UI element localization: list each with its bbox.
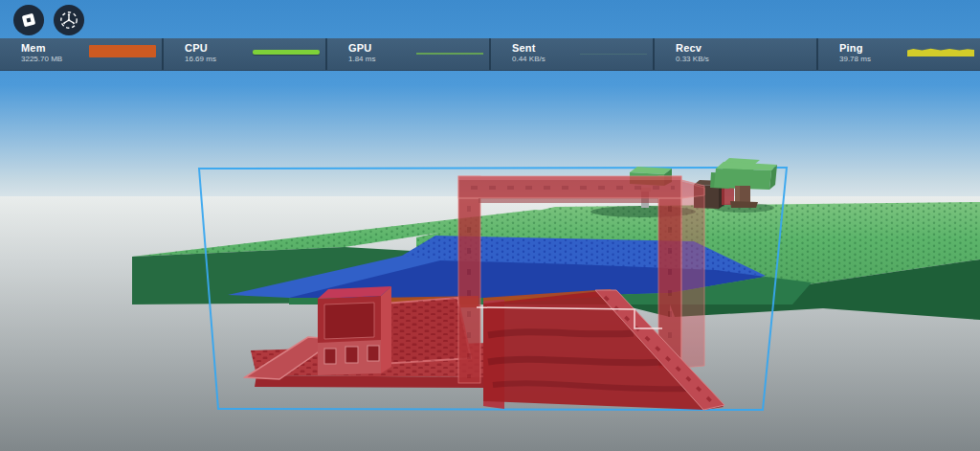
mem-graph bbox=[89, 45, 156, 57]
tree2-trunk-base bbox=[730, 201, 758, 208]
roblox-menu-button[interactable] bbox=[13, 5, 44, 35]
red-box-button bbox=[324, 349, 336, 364]
roblox-logo-icon bbox=[20, 11, 37, 29]
ramp-streak bbox=[488, 359, 665, 363]
stat-cell-recv[interactable]: Recv 0.33 KB/s bbox=[653, 38, 816, 70]
view-selector-button[interactable] bbox=[54, 5, 84, 35]
stat-label: Sent bbox=[512, 42, 653, 54]
performance-stats-bar: Mem 3225.70 MB CPU 16.69 ms GPU 1.84 ms … bbox=[0, 38, 980, 71]
red-box-side-face bbox=[381, 286, 391, 373]
sent-graph bbox=[580, 54, 647, 55]
orbit-arrows-icon bbox=[58, 10, 79, 31]
arch-right-post-side bbox=[681, 182, 704, 368]
stat-label: Recv bbox=[676, 42, 816, 54]
red-box-button bbox=[368, 346, 379, 361]
roblox-game-window: Mem 3225.70 MB CPU 16.69 ms GPU 1.84 ms … bbox=[0, 0, 980, 451]
stat-cell-sent[interactable]: Sent 0.44 KB/s bbox=[489, 38, 653, 70]
gpu-graph bbox=[416, 53, 483, 55]
red-floor-front bbox=[255, 375, 490, 388]
stat-cell-gpu[interactable]: GPU 1.84 ms bbox=[325, 38, 489, 70]
arch-under-lip bbox=[479, 198, 658, 203]
stat-value: 16.69 ms bbox=[185, 55, 325, 64]
stat-value: 0.44 KB/s bbox=[512, 55, 653, 64]
stat-cell-mem[interactable]: Mem 3225.70 MB bbox=[0, 38, 162, 70]
stat-cell-cpu[interactable]: CPU 16.69 ms bbox=[162, 38, 325, 70]
stat-value: 1.84 ms bbox=[348, 55, 489, 64]
stat-cell-ping[interactable]: Ping 39.78 ms bbox=[816, 38, 980, 70]
red-box-panel bbox=[324, 303, 374, 339]
ramp-streak bbox=[488, 332, 634, 335]
red-box-button bbox=[345, 347, 358, 363]
stat-value: 0.33 KB/s bbox=[676, 55, 816, 64]
cpu-graph bbox=[253, 50, 320, 55]
arch-top-lip bbox=[458, 176, 681, 180]
